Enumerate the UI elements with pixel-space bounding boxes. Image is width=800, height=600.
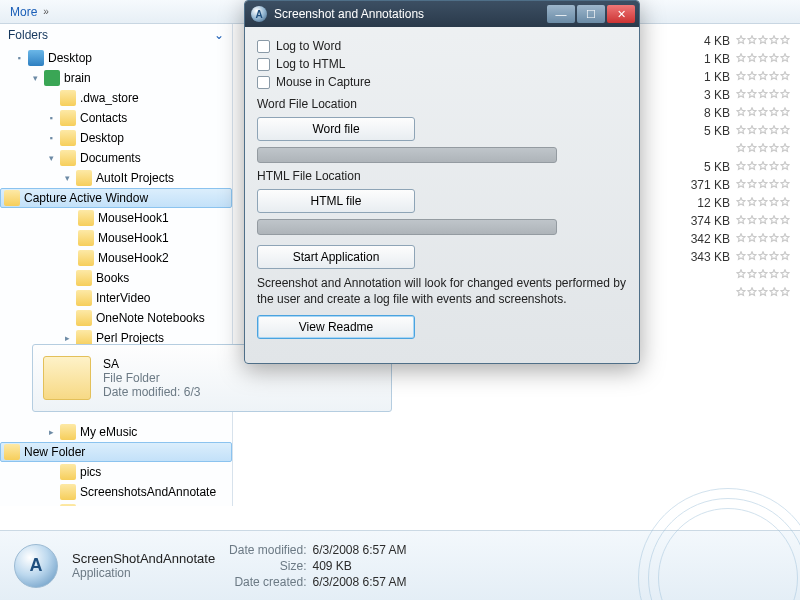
rating-stars[interactable] xyxy=(736,102,794,120)
tree-label: Perl Projects xyxy=(96,331,164,345)
dialog-titlebar[interactable]: A Screenshot and Annotations — ☐ ✕ xyxy=(245,1,639,27)
rating-stars[interactable] xyxy=(736,156,794,174)
html-file-button[interactable]: HTML file xyxy=(257,189,415,213)
tree-label: .dwa_store xyxy=(80,91,139,105)
tree-item-mousehook2[interactable]: MouseHook2 xyxy=(0,248,232,268)
star-icon xyxy=(736,142,746,152)
tooltip-modified-value: 6/3 xyxy=(184,385,201,399)
tree-item-dwa[interactable]: .dwa_store xyxy=(0,88,232,108)
star-icon xyxy=(780,142,790,152)
star-icon xyxy=(780,160,790,170)
star-icon xyxy=(747,52,757,62)
tree-item-onenote[interactable]: OneNote Notebooks xyxy=(0,308,232,328)
application-icon: A xyxy=(14,544,58,588)
rating-stars[interactable] xyxy=(736,246,794,264)
star-icon xyxy=(747,196,757,206)
file-size: 5 KB xyxy=(670,122,730,140)
folder-icon xyxy=(43,356,91,400)
minimize-button[interactable]: — xyxy=(547,5,575,23)
star-icon xyxy=(747,34,757,44)
tree-item-screenshots[interactable]: ScreenshotsAndAnnotate xyxy=(0,482,232,502)
maximize-button[interactable]: ☐ xyxy=(577,5,605,23)
file-size: 342 KB xyxy=(670,230,730,248)
star-icon xyxy=(758,106,768,116)
star-icon xyxy=(758,196,768,206)
tree-label: Capture Active Window xyxy=(24,191,148,205)
star-icon xyxy=(769,88,779,98)
chevron-down-icon[interactable]: ⌄ xyxy=(214,28,224,42)
close-button[interactable]: ✕ xyxy=(607,5,635,23)
tree-item-m32v9r[interactable]: ▸m32v9r xyxy=(0,502,232,506)
star-icon xyxy=(736,124,746,134)
decoration-swoosh xyxy=(668,538,788,594)
star-icon xyxy=(736,196,746,206)
file-size: 1 KB xyxy=(670,50,730,68)
tree-label: OneNote Notebooks xyxy=(96,311,205,325)
statusbar-size-value: 409 KB xyxy=(312,559,406,573)
folders-pane: Folders ⌄ ▪Desktop ▾brain .dwa_store ▪Co… xyxy=(0,24,233,506)
tree-item-myemusic[interactable]: ▸My eMusic xyxy=(0,422,232,442)
star-icon xyxy=(780,286,790,296)
folder-tree: ▪Desktop ▾brain .dwa_store ▪Contacts ▪De… xyxy=(0,46,232,506)
checkbox-label: Log to Word xyxy=(276,39,341,53)
button-label: Start Application xyxy=(293,250,380,264)
tree-item-capture[interactable]: Capture Active Window xyxy=(0,188,232,208)
tree-item-mousehook1b[interactable]: MouseHook1 xyxy=(0,228,232,248)
star-icon xyxy=(758,52,768,62)
start-application-button[interactable]: Start Application xyxy=(257,245,415,269)
more-link[interactable]: More xyxy=(10,5,37,19)
star-icon xyxy=(780,88,790,98)
rating-stars[interactable] xyxy=(736,138,794,156)
tree-item-pics[interactable]: pics xyxy=(0,462,232,482)
rating-stars[interactable] xyxy=(736,210,794,228)
word-file-button[interactable]: Word file xyxy=(257,117,415,141)
star-icon xyxy=(758,268,768,278)
tree-item-brain[interactable]: ▾brain xyxy=(0,68,232,88)
star-icon xyxy=(769,286,779,296)
word-file-path[interactable] xyxy=(257,147,557,163)
star-icon xyxy=(736,286,746,296)
star-icon xyxy=(736,232,746,242)
view-readme-button[interactable]: View Readme xyxy=(257,315,415,339)
star-icon xyxy=(780,124,790,134)
checkbox-log-html[interactable] xyxy=(257,58,270,71)
tree-item-books[interactable]: Books xyxy=(0,268,232,288)
checkbox-log-word[interactable] xyxy=(257,40,270,53)
rating-stars[interactable] xyxy=(736,84,794,102)
rating-stars[interactable] xyxy=(736,192,794,210)
tree-label: New Folder xyxy=(24,445,85,459)
rating-stars[interactable] xyxy=(736,264,794,282)
checkbox-mouse-capture[interactable] xyxy=(257,76,270,89)
rating-stars[interactable] xyxy=(736,48,794,66)
star-icon xyxy=(758,178,768,188)
rating-stars[interactable] xyxy=(736,120,794,138)
tree-label: Desktop xyxy=(48,51,92,65)
checkbox-label: Mouse in Capture xyxy=(276,75,371,89)
rating-stars[interactable] xyxy=(736,228,794,246)
tree-label: MouseHook1 xyxy=(98,211,169,225)
star-icon xyxy=(769,214,779,224)
rating-stars[interactable] xyxy=(736,30,794,48)
tree-item-contacts[interactable]: ▪Contacts xyxy=(0,108,232,128)
rating-stars[interactable] xyxy=(736,174,794,192)
tree-item-newfolder[interactable]: New Folder xyxy=(0,442,232,462)
star-icon xyxy=(769,196,779,206)
star-icon xyxy=(780,106,790,116)
statusbar-modified-label: Date modified: xyxy=(229,543,306,557)
tree-item-autoit[interactable]: ▾AutoIt Projects xyxy=(0,168,232,188)
star-icon xyxy=(736,88,746,98)
size-column: 4 KB1 KB1 KB3 KB8 KB5 KB5 KB371 KB12 KB3… xyxy=(670,32,730,266)
tree-item-intervideo[interactable]: InterVideo xyxy=(0,288,232,308)
tree-label: MouseHook1 xyxy=(98,231,169,245)
tree-label: Documents xyxy=(80,151,141,165)
star-icon xyxy=(780,232,790,242)
rating-stars[interactable] xyxy=(736,66,794,84)
tree-item-documents[interactable]: ▾Documents xyxy=(0,148,232,168)
tree-item-desktop2[interactable]: ▪Desktop xyxy=(0,128,232,148)
tree-item-mousehook1a[interactable]: MouseHook1 xyxy=(0,208,232,228)
rating-stars[interactable] xyxy=(736,282,794,300)
tree-item-desktop[interactable]: ▪Desktop xyxy=(0,48,232,68)
tree-label: My eMusic xyxy=(80,425,137,439)
html-file-path[interactable] xyxy=(257,219,557,235)
button-label: View Readme xyxy=(299,320,373,334)
